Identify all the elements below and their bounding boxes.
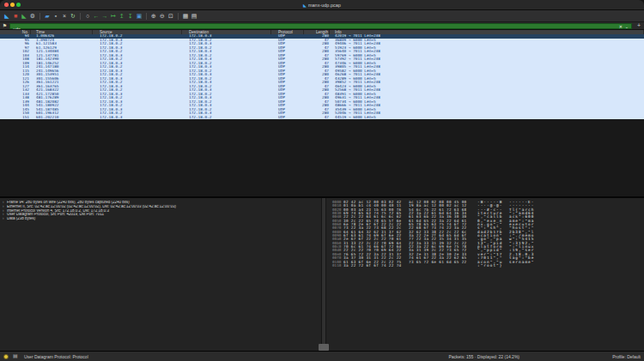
stop-capture-icon[interactable]: ■ [12, 11, 19, 21]
toolbar-separator [146, 13, 147, 20]
detail-text: Data (238 bytes) [7, 217, 35, 221]
close-file-icon[interactable]: × [61, 11, 68, 21]
packet-row[interactable]: 151601.202210172.18.0.3172.18.0.2UDP4744… [0, 116, 644, 120]
add-filter-button[interactable]: + [634, 22, 644, 29]
title-bar: ◣manx-udp.pcap [0, 0, 644, 10]
filter-bookmark-icon[interactable]: ⚑ [0, 22, 9, 29]
cell-dst: 172.18.0.2 [182, 116, 271, 120]
cell-time: 601.202210 [31, 116, 93, 120]
hex-bytes: 3a 22 72 6f 6f 74 22 7d [343, 264, 406, 268]
status-packet-counts: Packets: 155 · Displayed: 22 (14.2%) [448, 352, 519, 361]
display-filter-bar: ⚑ udp ✕ ⌄ + [0, 22, 644, 29]
go-back-icon[interactable]: ← [93, 11, 100, 21]
cell-src: 172.18.0.3 [93, 116, 182, 120]
resize-columns-icon[interactable]: ▦ [182, 11, 189, 21]
cell-len: 47 [304, 116, 330, 120]
zoom-in-icon[interactable]: ⊕ [150, 11, 157, 21]
save-file-icon[interactable]: ▪ [52, 11, 59, 21]
find-packet-icon[interactable]: ○ [84, 11, 91, 21]
status-bar: ▤ User Datagram Protocol: Protocol Packe… [0, 351, 644, 361]
packet-list: 941.006326172.18.0.2172.18.0.3UDP2804201… [0, 34, 644, 119]
status-field-text: User Datagram Protocol: Protocol [24, 352, 88, 361]
display-filter-input[interactable]: udp ✕ ⌄ [9, 23, 632, 29]
hex-bytes [409, 264, 471, 268]
packet-list-pane: 941.006326172.18.0.2172.18.0.3UDP2804201… [0, 34, 644, 196]
splitter-handle[interactable] [319, 344, 329, 351]
hex-row[interactable]: 01103a 22 72 6f 6f 74 22 7d:"root"} [326, 264, 644, 268]
capture-comment-icon[interactable]: ▤ [13, 352, 18, 358]
detail-tree-row[interactable]: ›Data (238 bytes) [0, 217, 321, 221]
cell-proto: UDP [271, 116, 304, 120]
go-last-packet-icon[interactable]: ↧ [127, 11, 134, 21]
go-to-packet-icon[interactable]: ↦ [110, 11, 117, 21]
ascii-bytes: :"root"} [477, 264, 507, 268]
cell-no: 151 [0, 116, 31, 120]
clear-filter-icon[interactable]: ✕ [619, 24, 623, 29]
status-profile[interactable]: Profile: Default [612, 352, 641, 361]
toolbar-separator [80, 13, 81, 20]
hex-offset: 0110 [332, 264, 343, 268]
colorize-icon[interactable]: ▤ [191, 11, 197, 21]
zoom-out-icon[interactable]: ⊖ [159, 11, 166, 21]
wireshark-logo-icon: ◣ [303, 3, 307, 8]
go-forward-icon[interactable]: → [101, 11, 108, 21]
expert-info-icon[interactable] [3, 354, 9, 359]
open-file-icon[interactable]: ▰ [44, 11, 51, 21]
window-title: ◣manx-udp.pcap [0, 2, 644, 9]
packet-bytes-pane: 000002 42 ac 12 00 03 02 42ac 12 00 02 0… [326, 198, 644, 351]
go-first-packet-icon[interactable]: ↥ [118, 11, 125, 21]
restart-capture-icon[interactable]: ◣ [21, 11, 27, 21]
main-toolbar: ◣■◣⚙▰▪×↻○←→↦↥↧▣⊕⊖⊡▦▤ [0, 10, 644, 22]
cell-info: 44519 → 6000 Len=5 [330, 116, 644, 120]
packet-details-pane: ›Frame 94: 280 bytes on wire (2240 bits)… [0, 198, 321, 351]
auto-scroll-icon[interactable]: ▣ [136, 11, 143, 21]
reload-file-icon[interactable]: ↻ [70, 11, 76, 21]
window-title-text: manx-udp.pcap [308, 3, 341, 8]
toolbar-separator [39, 13, 40, 20]
start-capture-icon[interactable]: ◣ [3, 11, 10, 21]
ascii-bytes [509, 264, 538, 268]
filter-dropdown-icon[interactable]: ⌄ [625, 24, 629, 29]
capture-options-icon[interactable]: ⚙ [29, 11, 36, 21]
toolbar-separator [178, 13, 179, 20]
zoom-100-icon[interactable]: ⊡ [167, 11, 174, 21]
